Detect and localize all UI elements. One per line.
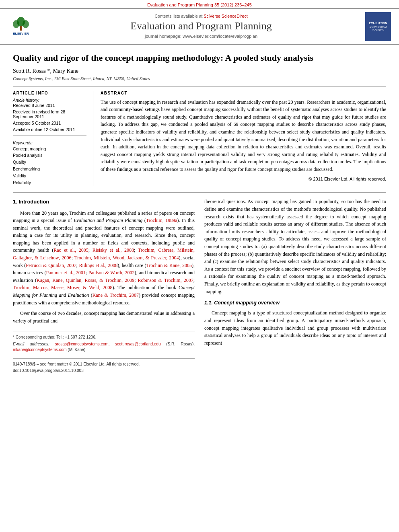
- svg-point-2: [13, 20, 19, 28]
- article-meta-row: ARTICLE INFO Article history: Received 8…: [13, 86, 386, 186]
- svg-text:ELSEVIER: ELSEVIER: [13, 32, 29, 35]
- ref-kagan[interactable]: Kagan, Kane, Quinlan, Rosas, & Trochim, …: [37, 277, 134, 283]
- elsevier-logo: ELSEVIER: [6, 12, 39, 41]
- article-info-title: ARTICLE INFO: [13, 91, 86, 95]
- body-right-para-2: Concept mapping is a type of structured …: [204, 309, 386, 347]
- body-right-column: theoretical questions. As concept mappin…: [204, 198, 386, 374]
- journal-cover: EVALUATION and PROGRAM PLANNING: [364, 12, 393, 41]
- abstract-column: ABSTRACT The use of concept mapping in r…: [93, 91, 386, 186]
- footnote-email: E-mail addresses: srosas@conceptsystems.…: [13, 341, 195, 353]
- keyword-2: Pooled analysis: [13, 152, 86, 159]
- subsection-1-1-heading: 1.1. Concept mapping overview: [204, 299, 386, 307]
- ref-pammer[interactable]: Pammer et al., 2001: [46, 270, 86, 275]
- article-authors: Scott R. Rosas *, Mary Kane: [13, 68, 386, 74]
- revised-date: Received in revised form 28 September 20…: [13, 109, 86, 119]
- journal-title: Evaluation and Program Planning: [43, 20, 359, 32]
- keyword-5: Validity: [13, 173, 86, 179]
- footnotes-area: * Corresponding author. Tel.: +1 607 272…: [13, 331, 195, 353]
- doi-line: doi:10.1016/j.evalprogplan.2011.10.003: [13, 368, 195, 374]
- keywords-section: Keywords: Concept mapping Pooled analysi…: [13, 140, 86, 186]
- journal-ref-link[interactable]: Evaluation and Program Planning 35 (2012…: [147, 2, 252, 7]
- ref-trochim-marcus[interactable]: Trochim, Marcus, Masse, Moser, & Weld, 2…: [13, 285, 112, 290]
- sciverse-link[interactable]: SciVerse ScienceDirect: [204, 14, 247, 18]
- section1-heading: 1. Introduction: [13, 198, 195, 206]
- email-label: E-mail addresses:: [13, 342, 49, 346]
- accepted-date: Accepted 5 October 2011: [13, 121, 86, 125]
- ref-trochim-milstein[interactable]: Trochim, Milstein, Wood, Jackson, & Pres…: [74, 255, 179, 261]
- received-date: Received 8 June 2011: [13, 103, 86, 108]
- issn-line: 0149-7189/$ – see front matter © 2011 El…: [13, 361, 195, 368]
- cover-box: EVALUATION and PROGRAM PLANNING: [365, 12, 391, 41]
- keyword-1: Concept mapping: [13, 146, 86, 152]
- footnote-corresponding: * Corresponding author. Tel.: +1 607 272…: [13, 335, 195, 340]
- email-1-name: (S.R. Rosas),: [166, 342, 195, 346]
- body-divider: [13, 192, 386, 193]
- ref-paulson-worth[interactable]: Paulson & Worth, 2002: [88, 270, 135, 275]
- cover-box-subtitle: and PROGRAM PLANNING: [367, 26, 389, 31]
- abstract-copyright: © 2011 Elsevier Ltd. All rights reserved…: [101, 177, 386, 181]
- email-2-name: (M. Kane).: [68, 347, 86, 352]
- svg-point-3: [23, 20, 29, 28]
- bottom-bar: 0149-7189/$ – see front matter © 2011 El…: [13, 358, 195, 374]
- keywords-list: Concept mapping Pooled analysis Quality …: [13, 146, 86, 186]
- ref-petrucci[interactable]: Petrucci & Quinlan, 2007: [26, 263, 76, 268]
- article-title: Quality and rigor of the concept mapping…: [13, 52, 386, 64]
- article-info-column: ARTICLE INFO Article history: Received 8…: [13, 91, 93, 186]
- article-container: Quality and rigor of the concept mapping…: [0, 45, 399, 383]
- body-columns: 1. Introduction More than 20 years ago, …: [13, 198, 386, 374]
- body-para-1: More than 20 years ago, Trochim and coll…: [13, 210, 195, 307]
- history-label: Article history:: [13, 98, 86, 103]
- keyword-6: Reliability: [13, 179, 86, 186]
- ref-ridings[interactable]: Ridings et al., 2008: [79, 263, 118, 268]
- keywords-label: Keywords:: [13, 140, 86, 145]
- cover-box-title: EVALUATION: [369, 22, 387, 25]
- ref-risisky-2008[interactable]: Risisky et al., 2008: [93, 247, 134, 253]
- keyword-3: Quality: [13, 159, 86, 166]
- abstract-text: The use of concept mapping in research a…: [101, 99, 386, 173]
- ref-trochim-1989[interactable]: Trochim, 1989a: [146, 218, 177, 223]
- body-para-2: Over the course of two decades, concept …: [13, 310, 195, 325]
- abstract-title: ABSTRACT: [101, 91, 386, 95]
- body-left-column: 1. Introduction More than 20 years ago, …: [13, 198, 195, 374]
- email-link-1[interactable]: srosas@conceptsystems.com, scott.rosas@c…: [55, 342, 161, 346]
- info-divider: [13, 135, 86, 136]
- journal-reference: Evaluation and Program Planning 35 (2012…: [0, 0, 399, 8]
- article-affiliation: Concept Systems, Inc., 136 East State St…: [13, 76, 386, 81]
- journal-header: ELSEVIER Contents lists available at Sci…: [0, 8, 399, 45]
- svg-rect-4: [20, 26, 22, 31]
- ref-trochim-kane[interactable]: Trochim & Kane, 2005: [146, 263, 192, 268]
- ref-rao-2005[interactable]: Rao et al., 2005: [53, 247, 88, 253]
- keyword-4: Benchmarking: [13, 166, 86, 173]
- sciverse-line: Contents lists available at SciVerse Sci…: [43, 14, 359, 18]
- journal-homepage: journal homepage: www.elsevier.com/locat…: [43, 34, 359, 39]
- ref-kane-trochim[interactable]: Kane & Trochim, 2007: [93, 292, 139, 298]
- available-date: Available online 12 October 2011: [13, 127, 86, 132]
- body-right-para-1: theoretical questions. As concept mappin…: [204, 198, 386, 295]
- ref-robinson[interactable]: Robinson & Trochim, 2007: [138, 277, 193, 283]
- journal-center: Contents lists available at SciVerse Sci…: [43, 12, 359, 41]
- email-link-2[interactable]: mkane@conceptsystems.com: [13, 347, 67, 352]
